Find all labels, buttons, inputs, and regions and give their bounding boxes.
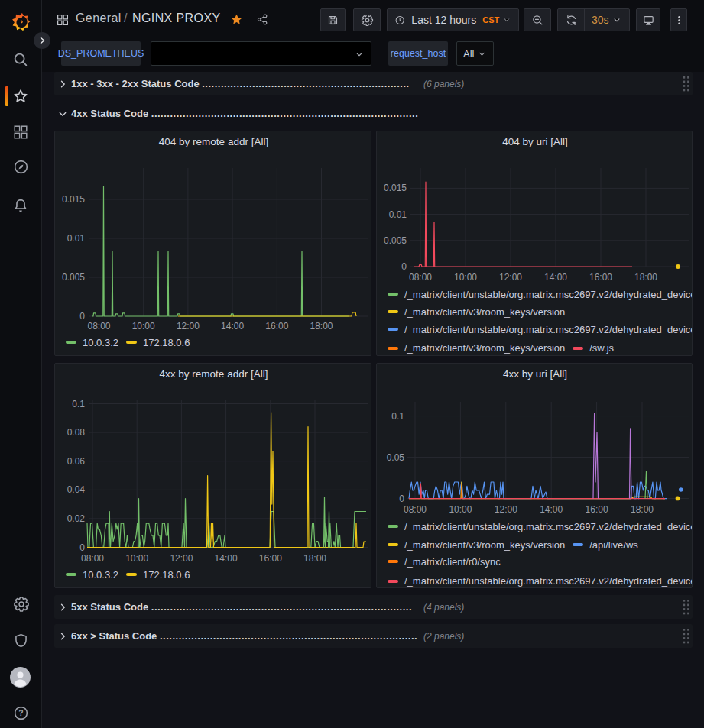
- svg-text:?: ?: [18, 708, 23, 717]
